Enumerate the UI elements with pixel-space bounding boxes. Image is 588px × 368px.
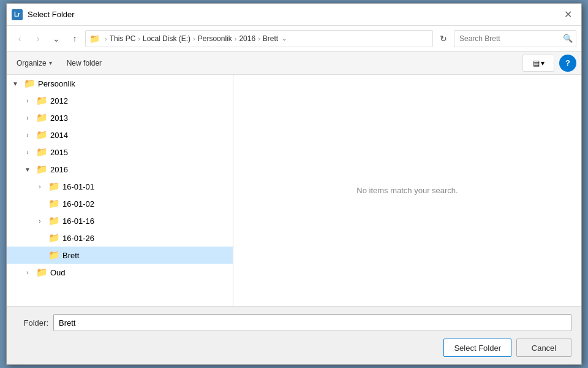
breadcrumb-folder-icon: 📁 bbox=[89, 34, 100, 44]
folder-icon-16-01-02: 📁 bbox=[48, 198, 60, 209]
view-button[interactable]: ▤ ▾ bbox=[522, 55, 554, 72]
organize-dropdown-icon: ▾ bbox=[49, 59, 52, 66]
empty-message: No items match your search. bbox=[356, 186, 458, 195]
tree-panel: ▼ 📁 Persoonlik › 📁 2012 › 📁 2013 bbox=[7, 75, 233, 306]
view-dropdown-icon: ▾ bbox=[541, 59, 545, 67]
breadcrumb-local-disk[interactable]: Local Disk (E:) bbox=[143, 34, 190, 43]
tree-item-oud[interactable]: › 📁 Oud bbox=[7, 264, 233, 281]
toggle-16-01-16[interactable]: › bbox=[34, 215, 46, 227]
tree-item-2014[interactable]: › 📁 2014 bbox=[7, 126, 233, 144]
main-content: ▼ 📁 Persoonlik › 📁 2012 › 📁 2013 bbox=[7, 75, 581, 306]
folder-input[interactable] bbox=[53, 314, 571, 331]
breadcrumb-this-pc[interactable]: This PC bbox=[110, 34, 136, 43]
close-button[interactable]: ✕ bbox=[559, 6, 576, 23]
toggle-2015[interactable]: › bbox=[21, 146, 34, 158]
tree-label-16-01-16: 16-01-16 bbox=[62, 217, 94, 226]
button-row: Select Folder Cancel bbox=[17, 339, 571, 357]
tree-item-16-01-01[interactable]: › 📁 16-01-01 bbox=[7, 178, 233, 195]
help-button[interactable]: ? bbox=[559, 55, 576, 72]
toggle-2012[interactable]: › bbox=[21, 94, 34, 107]
tree-item-2013[interactable]: › 📁 2013 bbox=[7, 109, 233, 126]
forward-button[interactable]: › bbox=[30, 31, 46, 47]
up-button[interactable]: ↑ bbox=[67, 31, 83, 47]
app-icon: Lr bbox=[12, 9, 23, 20]
new-folder-button[interactable]: New folder bbox=[62, 55, 107, 72]
toggle-16-01-01[interactable]: › bbox=[34, 180, 46, 193]
search-icon: 🔍 bbox=[563, 34, 573, 43]
folder-icon-oud: 📁 bbox=[36, 267, 48, 278]
folder-icon-persoonlik: 📁 bbox=[24, 78, 36, 89]
view-icon: ▤ bbox=[533, 59, 540, 67]
toggle-2014[interactable]: › bbox=[21, 129, 34, 141]
tree-label-persoonlik: Persoonlik bbox=[38, 79, 75, 88]
tree-label-brett: Brett bbox=[62, 251, 79, 260]
tree-item-2015[interactable]: › 📁 2015 bbox=[7, 144, 233, 161]
cancel-button[interactable]: Cancel bbox=[516, 339, 571, 357]
folder-input-row: Folder: bbox=[17, 314, 571, 331]
tree-label-16-01-26: 16-01-26 bbox=[62, 234, 94, 243]
toggle-2013[interactable]: › bbox=[21, 112, 34, 124]
tree-item-persoonlik[interactable]: ▼ 📁 Persoonlik bbox=[7, 75, 233, 92]
tree-label-2015: 2015 bbox=[50, 148, 68, 157]
address-bar: ‹ › ⌄ ↑ 📁 › This PC › Local Disk (E:) › … bbox=[7, 26, 581, 52]
breadcrumb-2016[interactable]: 2016 bbox=[239, 34, 255, 43]
tree-label-2013: 2013 bbox=[50, 113, 68, 123]
toggle-2016[interactable]: ▼ bbox=[21, 163, 34, 175]
tree-scroll[interactable]: ▼ 📁 Persoonlik › 📁 2012 › 📁 2013 bbox=[7, 75, 233, 306]
toolbar: Organize ▾ New folder ▤ ▾ ? bbox=[7, 52, 581, 75]
tree-label-2014: 2014 bbox=[50, 131, 68, 140]
right-panel: No items match your search. bbox=[233, 75, 581, 306]
folder-icon-16-01-01: 📁 bbox=[48, 181, 60, 192]
folder-icon-16-01-26: 📁 bbox=[48, 232, 60, 243]
tree-item-brett[interactable]: 📁 Brett bbox=[7, 247, 233, 264]
folder-icon-2013: 📁 bbox=[36, 112, 48, 123]
folder-icon-brett: 📁 bbox=[48, 250, 60, 261]
folder-label: Folder: bbox=[17, 318, 48, 328]
toggle-oud[interactable]: › bbox=[21, 266, 34, 278]
search-wrapper: 🔍 bbox=[454, 30, 576, 47]
tree-label-2016: 2016 bbox=[50, 165, 68, 174]
folder-icon-2012: 📁 bbox=[36, 95, 48, 106]
breadcrumb: 📁 › This PC › Local Disk (E:) › Persoonl… bbox=[85, 30, 433, 47]
tree-label-oud: Oud bbox=[50, 268, 66, 277]
tree-item-2012[interactable]: › 📁 2012 bbox=[7, 92, 233, 109]
bottom-area: Folder: Select Folder Cancel bbox=[7, 306, 581, 364]
breadcrumb-brett[interactable]: Brett bbox=[263, 34, 278, 43]
search-input[interactable] bbox=[454, 30, 576, 47]
select-folder-button[interactable]: Select Folder bbox=[443, 339, 511, 357]
folder-icon-2016: 📁 bbox=[36, 164, 48, 175]
organize-button[interactable]: Organize ▾ bbox=[12, 55, 57, 72]
tree-item-16-01-16[interactable]: › 📁 16-01-16 bbox=[7, 212, 233, 229]
dialog-title: Select Folder bbox=[28, 10, 559, 19]
select-folder-dialog: Lr Select Folder ✕ ‹ › ⌄ ↑ 📁 › This PC ›… bbox=[6, 3, 582, 365]
tree-item-16-01-26[interactable]: 📁 16-01-26 bbox=[7, 229, 233, 247]
tree-label-2012: 2012 bbox=[50, 96, 68, 105]
refresh-button[interactable]: ↻ bbox=[435, 31, 451, 47]
back-button[interactable]: ‹ bbox=[12, 31, 28, 47]
breadcrumb-persoonlik[interactable]: Persoonlik bbox=[198, 34, 232, 43]
breadcrumb-dropdown-icon[interactable]: ⌄ bbox=[282, 35, 287, 42]
tree-label-16-01-02: 16-01-02 bbox=[62, 199, 94, 209]
folder-icon-16-01-16: 📁 bbox=[48, 215, 60, 226]
tree-label-16-01-01: 16-01-01 bbox=[62, 182, 94, 191]
folder-icon-2014: 📁 bbox=[36, 129, 48, 140]
dropdown-button[interactable]: ⌄ bbox=[48, 31, 64, 47]
toggle-persoonlik[interactable]: ▼ bbox=[9, 77, 21, 90]
tree-item-16-01-02[interactable]: 📁 16-01-02 bbox=[7, 195, 233, 212]
folder-icon-2015: 📁 bbox=[36, 147, 48, 158]
title-bar: Lr Select Folder ✕ bbox=[7, 4, 581, 26]
tree-item-2016[interactable]: ▼ 📁 2016 bbox=[7, 161, 233, 178]
